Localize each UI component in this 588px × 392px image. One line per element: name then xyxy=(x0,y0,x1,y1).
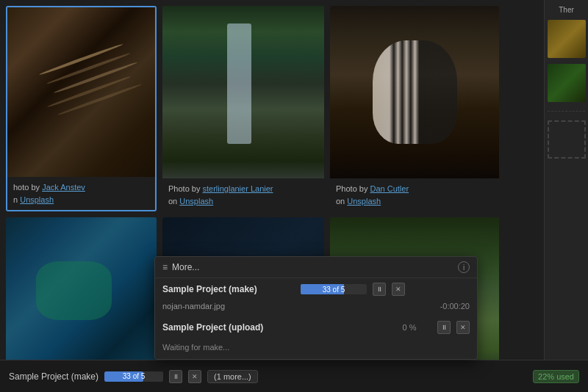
right-sidebar: Ther xyxy=(544,0,588,360)
photo-thumb-water xyxy=(6,217,157,364)
popup-upload-status: Waiting for make... xyxy=(155,338,477,359)
sidebar-label: Ther xyxy=(548,6,586,14)
popup-row-make-main: Sample Project (make) 33 of 5 ⏸ ✕ xyxy=(155,278,477,300)
popup-make-progress: 33 of 5 xyxy=(301,284,367,294)
photo-card-water[interactable] xyxy=(6,217,157,364)
popup-upload-pause-btn[interactable]: ⏸ xyxy=(437,321,451,334)
caption-prefix-waterfall: Photo by xyxy=(168,184,202,193)
popup-info-icon[interactable]: i xyxy=(458,261,470,273)
popup-make-close-btn[interactable]: ✕ xyxy=(392,283,405,296)
popup-row-make: Sample Project (make) 33 of 5 ⏸ ✕ nojan-… xyxy=(155,278,477,316)
status-pause-btn[interactable]: ⏸ xyxy=(169,370,182,383)
popup-row-upload-main: Sample Project (upload) 0 % ⏸ ✕ xyxy=(155,316,477,338)
photo-caption-waterfall: Photo by sterlinglanier Lanier on Unspla… xyxy=(162,178,324,211)
photo-card-zebra[interactable]: Photo by Dan Cutler on Unsplash xyxy=(330,6,499,211)
sidebar-thumb-green[interactable] xyxy=(548,64,586,102)
popup-make-detail: nojan-namdar.jpg -0:00:20 xyxy=(155,300,477,316)
status-used-label: 22% used xyxy=(533,370,579,383)
platform-link-snake[interactable]: Unsplash xyxy=(20,195,54,204)
platform-prefix-waterfall: on xyxy=(168,197,179,206)
sidebar-divider xyxy=(548,111,585,112)
status-close-btn[interactable]: ✕ xyxy=(188,370,201,383)
popup-make-progress-text: 33 of 5 xyxy=(301,284,367,294)
photo-caption-zebra: Photo by Dan Cutler on Unsplash xyxy=(330,178,499,211)
sidebar-thumb-dashed[interactable] xyxy=(548,120,586,159)
popup-upload-close-btn[interactable]: ✕ xyxy=(456,321,470,334)
status-project-name: Sample Project (make) xyxy=(9,371,98,382)
photo-card-snake[interactable]: hoto by Jack Anstev n Unsplash xyxy=(6,6,157,211)
caption-prefix-zebra: Photo by xyxy=(336,184,370,193)
platform-link-waterfall[interactable]: Unsplash xyxy=(179,197,213,206)
popup-upload-name: Sample Project (upload) xyxy=(162,322,295,333)
popup-row-upload: Sample Project (upload) 0 % ⏸ ✕ Waiting … xyxy=(155,316,477,359)
photo-thumb-waterfall xyxy=(162,6,324,178)
status-more-btn[interactable]: (1 more...) xyxy=(207,370,258,383)
popup-menu-icon: ≡ xyxy=(162,262,168,272)
status-progress-text: 33 of 5 xyxy=(104,371,163,382)
status-bar: Sample Project (make) 33 of 5 ⏸ ✕ (1 mor… xyxy=(0,360,588,392)
popup-panel: ≡ More... i Sample Project (make) 33 of … xyxy=(154,256,478,360)
photo-card-waterfall[interactable]: Photo by sterlinglanier Lanier on Unspla… xyxy=(162,6,324,211)
popup-upload-percent: 0 % xyxy=(387,323,431,332)
popup-make-filename: nojan-namdar.jpg xyxy=(162,302,225,311)
photo-thumb-snake xyxy=(7,7,155,177)
author-link-waterfall[interactable]: sterlinglanier Lanier xyxy=(202,184,273,193)
photo-caption-snake: hoto by Jack Anstev n Unsplash xyxy=(7,177,155,210)
popup-more-label[interactable]: More... xyxy=(172,262,199,272)
popup-upload-status-text: Waiting for make... xyxy=(162,343,229,352)
popup-make-time: -0:00:20 xyxy=(440,302,470,311)
photo-thumb-zebra xyxy=(330,6,499,178)
platform-prefix-zebra: on xyxy=(336,197,347,206)
platform-link-zebra[interactable]: Unsplash xyxy=(347,197,381,206)
status-progress-bar: 33 of 5 xyxy=(104,371,163,382)
author-link-snake[interactable]: Jack Anstev xyxy=(42,183,85,192)
platform-prefix: n xyxy=(13,195,18,204)
caption-prefix: hoto by xyxy=(13,183,42,192)
popup-make-name: Sample Project (make) xyxy=(162,284,295,294)
sidebar-thumb-yellow[interactable] xyxy=(548,20,586,58)
author-link-zebra[interactable]: Dan Cutler xyxy=(370,184,409,193)
popup-make-pause-btn[interactable]: ⏸ xyxy=(373,283,386,296)
popup-header: ≡ More... i xyxy=(155,257,477,278)
